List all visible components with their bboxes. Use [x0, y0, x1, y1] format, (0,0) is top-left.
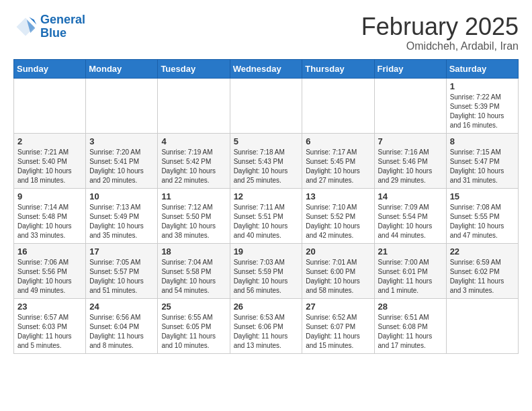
day-number: 13 — [306, 191, 370, 201]
day-info: Sunrise: 6:55 AM Sunset: 6:05 PM Dayligh… — [161, 313, 226, 351]
calendar-cell: 19Sunrise: 7:03 AM Sunset: 5:59 PM Dayli… — [230, 243, 302, 298]
day-number: 15 — [450, 191, 515, 201]
calendar-cell: 17Sunrise: 7:05 AM Sunset: 5:57 PM Dayli… — [86, 243, 158, 298]
logo: General Blue — [13, 13, 85, 40]
day-number: 12 — [234, 191, 299, 201]
logo-text: General Blue — [40, 13, 85, 40]
day-info: Sunrise: 7:21 AM Sunset: 5:40 PM Dayligh… — [17, 148, 82, 185]
day-info: Sunrise: 7:10 AM Sunset: 5:52 PM Dayligh… — [306, 203, 370, 240]
day-of-week-header: Monday — [86, 59, 158, 78]
calendar-cell: 11Sunrise: 7:12 AM Sunset: 5:50 PM Dayli… — [158, 188, 230, 243]
day-info: Sunrise: 7:12 AM Sunset: 5:50 PM Dayligh… — [161, 203, 226, 240]
day-number: 19 — [234, 246, 299, 257]
day-number: 28 — [378, 302, 443, 312]
day-number: 2 — [17, 136, 82, 146]
day-of-week-header: Saturday — [446, 59, 518, 78]
day-of-week-header: Tuesday — [158, 59, 230, 78]
calendar-cell: 25Sunrise: 6:55 AM Sunset: 6:05 PM Dayli… — [158, 298, 230, 353]
title-block: February 2025 Omidcheh, Ardabil, Iran — [361, 13, 519, 52]
calendar-cell: 18Sunrise: 7:04 AM Sunset: 5:58 PM Dayli… — [158, 243, 230, 298]
day-info: Sunrise: 7:09 AM Sunset: 5:54 PM Dayligh… — [378, 203, 443, 240]
calendar-week-row: 16Sunrise: 7:06 AM Sunset: 5:56 PM Dayli… — [14, 243, 519, 298]
calendar-table: SundayMondayTuesdayWednesdayThursdayFrid… — [13, 59, 519, 354]
day-number: 22 — [450, 246, 515, 257]
day-number: 18 — [161, 246, 226, 257]
day-info: Sunrise: 6:56 AM Sunset: 6:04 PM Dayligh… — [89, 313, 154, 351]
calendar-cell — [446, 298, 518, 353]
calendar-cell: 28Sunrise: 6:51 AM Sunset: 6:08 PM Dayli… — [374, 298, 446, 353]
calendar-week-row: 2Sunrise: 7:21 AM Sunset: 5:40 PM Daylig… — [14, 133, 519, 188]
day-number: 20 — [306, 246, 370, 257]
logo-icon — [13, 15, 38, 39]
calendar-cell: 24Sunrise: 6:56 AM Sunset: 6:04 PM Dayli… — [86, 298, 158, 353]
calendar-cell: 27Sunrise: 6:52 AM Sunset: 6:07 PM Dayli… — [302, 298, 374, 353]
calendar-cell: 13Sunrise: 7:10 AM Sunset: 5:52 PM Dayli… — [302, 188, 374, 243]
day-info: Sunrise: 7:04 AM Sunset: 5:58 PM Dayligh… — [161, 258, 226, 295]
day-of-week-header: Wednesday — [230, 59, 302, 78]
day-number: 21 — [378, 246, 443, 257]
day-number: 5 — [234, 136, 299, 146]
day-number: 26 — [234, 302, 299, 312]
calendar-cell: 7Sunrise: 7:16 AM Sunset: 5:46 PM Daylig… — [374, 133, 446, 188]
calendar-header-row: SundayMondayTuesdayWednesdayThursdayFrid… — [14, 59, 519, 78]
calendar-cell — [158, 78, 230, 133]
day-info: Sunrise: 7:19 AM Sunset: 5:42 PM Dayligh… — [161, 148, 226, 185]
day-number: 24 — [89, 302, 154, 312]
day-number: 27 — [306, 302, 370, 312]
day-info: Sunrise: 7:18 AM Sunset: 5:43 PM Dayligh… — [234, 148, 299, 185]
calendar-cell: 20Sunrise: 7:01 AM Sunset: 6:00 PM Dayli… — [302, 243, 374, 298]
calendar-cell: 14Sunrise: 7:09 AM Sunset: 5:54 PM Dayli… — [374, 188, 446, 243]
calendar-cell: 9Sunrise: 7:14 AM Sunset: 5:48 PM Daylig… — [14, 188, 86, 243]
day-number: 16 — [17, 246, 82, 257]
day-number: 23 — [17, 302, 82, 312]
calendar-week-row: 1Sunrise: 7:22 AM Sunset: 5:39 PM Daylig… — [14, 78, 519, 133]
calendar-cell — [302, 78, 374, 133]
day-info: Sunrise: 7:11 AM Sunset: 5:51 PM Dayligh… — [234, 203, 299, 240]
day-number: 8 — [450, 136, 515, 146]
day-number: 11 — [161, 191, 226, 201]
calendar-cell: 6Sunrise: 7:17 AM Sunset: 5:45 PM Daylig… — [302, 133, 374, 188]
day-info: Sunrise: 6:59 AM Sunset: 6:02 PM Dayligh… — [450, 258, 515, 295]
calendar-cell: 26Sunrise: 6:53 AM Sunset: 6:06 PM Dayli… — [230, 298, 302, 353]
day-number: 1 — [450, 81, 515, 91]
day-info: Sunrise: 7:20 AM Sunset: 5:41 PM Dayligh… — [89, 148, 154, 185]
calendar-week-row: 9Sunrise: 7:14 AM Sunset: 5:48 PM Daylig… — [14, 188, 519, 243]
day-info: Sunrise: 7:15 AM Sunset: 5:47 PM Dayligh… — [450, 148, 515, 185]
calendar-cell: 10Sunrise: 7:13 AM Sunset: 5:49 PM Dayli… — [86, 188, 158, 243]
calendar-cell: 16Sunrise: 7:06 AM Sunset: 5:56 PM Dayli… — [14, 243, 86, 298]
day-number: 25 — [161, 302, 226, 312]
day-info: Sunrise: 6:51 AM Sunset: 6:08 PM Dayligh… — [378, 313, 443, 351]
calendar-cell — [230, 78, 302, 133]
calendar-cell — [374, 78, 446, 133]
day-number: 9 — [17, 191, 82, 201]
day-of-week-header: Sunday — [14, 59, 86, 78]
day-info: Sunrise: 7:13 AM Sunset: 5:49 PM Dayligh… — [89, 203, 154, 240]
day-of-week-header: Thursday — [302, 59, 374, 78]
day-number: 17 — [89, 246, 154, 257]
day-number: 7 — [378, 136, 443, 146]
month-title: February 2025 — [361, 13, 519, 40]
calendar-week-row: 23Sunrise: 6:57 AM Sunset: 6:03 PM Dayli… — [14, 298, 519, 353]
day-info: Sunrise: 7:14 AM Sunset: 5:48 PM Dayligh… — [17, 203, 82, 240]
calendar-cell: 8Sunrise: 7:15 AM Sunset: 5:47 PM Daylig… — [446, 133, 518, 188]
day-number: 6 — [306, 136, 370, 146]
calendar-cell: 2Sunrise: 7:21 AM Sunset: 5:40 PM Daylig… — [14, 133, 86, 188]
calendar-cell: 22Sunrise: 6:59 AM Sunset: 6:02 PM Dayli… — [446, 243, 518, 298]
calendar-cell: 23Sunrise: 6:57 AM Sunset: 6:03 PM Dayli… — [14, 298, 86, 353]
day-of-week-header: Friday — [374, 59, 446, 78]
location-subtitle: Omidcheh, Ardabil, Iran — [361, 40, 519, 52]
day-info: Sunrise: 7:03 AM Sunset: 5:59 PM Dayligh… — [234, 258, 299, 295]
day-number: 14 — [378, 191, 443, 201]
calendar-cell — [14, 78, 86, 133]
calendar-cell: 1Sunrise: 7:22 AM Sunset: 5:39 PM Daylig… — [446, 78, 518, 133]
day-info: Sunrise: 7:22 AM Sunset: 5:39 PM Dayligh… — [450, 93, 515, 130]
day-number: 3 — [89, 136, 154, 146]
page-header: General Blue February 2025 Omidcheh, Ard… — [13, 13, 519, 52]
day-info: Sunrise: 6:53 AM Sunset: 6:06 PM Dayligh… — [234, 313, 299, 351]
day-info: Sunrise: 7:16 AM Sunset: 5:46 PM Dayligh… — [378, 148, 443, 185]
day-info: Sunrise: 7:17 AM Sunset: 5:45 PM Dayligh… — [306, 148, 370, 185]
day-number: 10 — [89, 191, 154, 201]
calendar-cell: 3Sunrise: 7:20 AM Sunset: 5:41 PM Daylig… — [86, 133, 158, 188]
day-info: Sunrise: 7:08 AM Sunset: 5:55 PM Dayligh… — [450, 203, 515, 240]
calendar-cell — [86, 78, 158, 133]
